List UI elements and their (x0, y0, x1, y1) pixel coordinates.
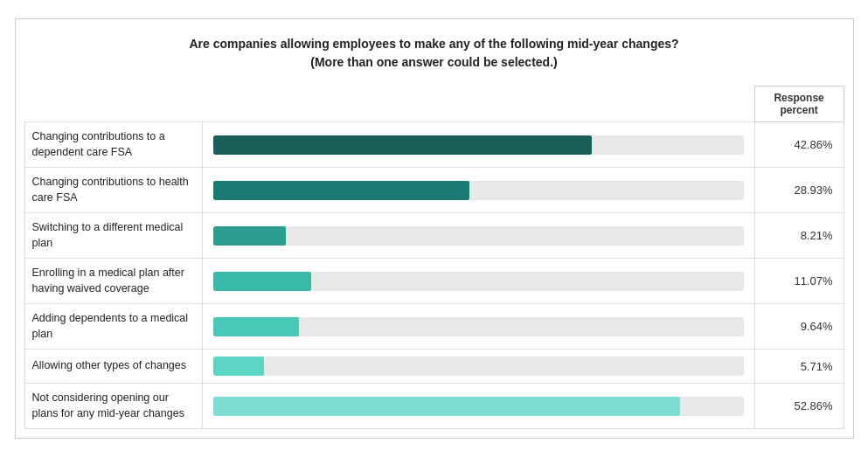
row-bar-cell (203, 384, 754, 429)
bar-fill (213, 226, 286, 246)
bar-track (213, 272, 743, 291)
row-label: Changing contributions to health care FS… (24, 168, 203, 213)
row-bar-cell (203, 259, 754, 304)
chart-title: Are companies allowing employees to make… (24, 35, 844, 72)
row-bar-cell (203, 304, 754, 350)
title-line1: Are companies allowing employees to make… (24, 35, 844, 53)
row-pct: 5.71% (754, 350, 844, 384)
row-label: Changing contributions to a dependent ca… (24, 122, 203, 168)
bar-fill (213, 397, 680, 416)
header-label (24, 87, 203, 122)
row-pct: 52.86% (754, 384, 844, 429)
table-row: Changing contributions to a dependent ca… (24, 122, 844, 168)
row-pct: 28.93% (754, 168, 844, 213)
row-label: Switching to a different medical plan (24, 213, 203, 259)
bar-fill (213, 135, 592, 155)
row-pct: 9.64% (754, 304, 844, 350)
bar-track (213, 397, 743, 416)
bar-fill (213, 181, 469, 200)
table-row: Not considering opening our plans for an… (24, 384, 844, 429)
table-row: Adding dependents to a medical plan9.64% (24, 304, 844, 350)
table-row: Allowing other types of changes5.71% (24, 350, 844, 384)
bar-track (213, 226, 743, 246)
bar-fill (213, 272, 311, 291)
row-bar-cell (203, 122, 754, 168)
table-row: Changing contributions to health care FS… (24, 168, 844, 213)
row-bar-cell (203, 350, 754, 384)
bar-track (213, 317, 743, 336)
chart-container: Are companies allowing employees to make… (15, 18, 854, 439)
row-pct: 11.07% (754, 259, 844, 304)
row-pct: 8.21% (754, 213, 844, 259)
row-label: Not considering opening our plans for an… (24, 384, 203, 429)
table-row: Enrolling in a medical plan after having… (24, 259, 844, 304)
row-label: Adding dependents to a medical plan (24, 304, 203, 350)
row-bar-cell (203, 213, 754, 259)
table-row: Switching to a different medical plan8.2… (24, 213, 844, 259)
header-pct: Response percent (754, 87, 844, 122)
bar-track (213, 357, 743, 376)
bar-fill (213, 317, 298, 336)
bar-track (213, 135, 743, 155)
row-label: Allowing other types of changes (24, 350, 203, 384)
title-line2: (More than one answer could be selected.… (24, 53, 844, 72)
header-bar (203, 87, 754, 122)
row-label: Enrolling in a medical plan after having… (24, 259, 203, 304)
row-bar-cell (203, 168, 754, 213)
chart-table: Response percent Changing contributions … (24, 86, 844, 429)
bar-fill (213, 357, 264, 376)
bar-track (213, 181, 743, 200)
row-pct: 42.86% (754, 122, 844, 168)
